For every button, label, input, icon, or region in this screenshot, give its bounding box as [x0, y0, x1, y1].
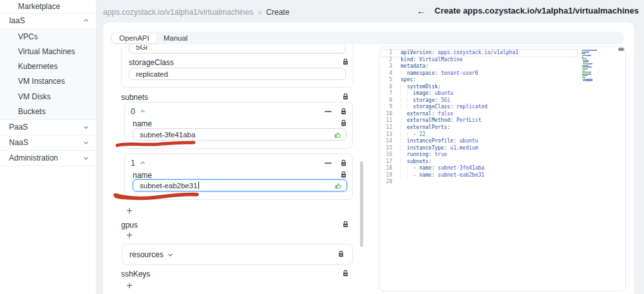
code-line[interactable]: 7 image: ubuntu [382, 90, 577, 97]
code-line[interactable]: 1apiVersion: apps.cozystack.io/v1alpha1 [382, 50, 577, 57]
gpus-label: gpus [121, 220, 138, 230]
storage-input-value: 5Gi [136, 45, 147, 51]
code-line[interactable]: 13 - 22 [382, 132, 577, 139]
code-line[interactable]: 9 storageClass: replicated [382, 104, 577, 111]
add-sshkey-button[interactable]: + [126, 280, 133, 291]
resources-label: resources [129, 250, 164, 259]
code-line[interactable]: 3metadata: [382, 63, 577, 70]
sidebar-item-vpcs[interactable]: VPCs [0, 30, 97, 44]
sidebar-item-virtual-machines[interactable]: Virtual Machines [0, 44, 97, 59]
code-line[interactable]: 11 externalMethod: PortList [382, 117, 577, 124]
lock-icon [340, 119, 347, 127]
chevron-down-icon [83, 140, 89, 145]
line-number: 17 [382, 159, 392, 166]
line-number: 11 [382, 117, 392, 124]
tab-openapi[interactable]: OpenAPI [112, 33, 156, 43]
subnet-0-name-value: subnet-3fe41aba [140, 131, 195, 139]
lock-icon [340, 159, 347, 167]
thumbs-up-icon [334, 131, 342, 139]
code-line[interactable]: 10 external: false [382, 111, 577, 118]
subnet-item-1-collapse[interactable]: 1 [131, 159, 146, 168]
line-number: 7 [382, 90, 392, 97]
code-line[interactable]: 16 running: true [382, 152, 577, 159]
chevron-up-icon [83, 18, 89, 23]
storage-input[interactable]: 5Gi [129, 45, 346, 54]
tab-bar: OpenAPI Manual [111, 32, 624, 44]
line-number: 5 [382, 77, 392, 84]
code-lines: 1apiVersion: apps.cozystack.io/v1alpha12… [382, 50, 577, 186]
sshkeys-label: sshKeys [121, 270, 150, 279]
resources-expander[interactable]: resources [129, 250, 173, 259]
line-number: 14 [382, 138, 392, 145]
breadcrumb-resource-link[interactable]: apps.cozystack.io/v1alpha1/virtualmachin… [103, 8, 253, 17]
code-line[interactable]: 20 [382, 179, 577, 186]
line-number: 9 [382, 104, 392, 111]
line-number: 13 [382, 132, 392, 139]
app-window: Marketplace IaaS VPCs Virtual Machines K… [0, 0, 644, 294]
sidebar-item-buckets[interactable]: Buckets [0, 104, 97, 119]
chevron-up-icon [140, 109, 146, 114]
code-line[interactable]: 18 - name: subnet-3fe41aba [382, 165, 577, 172]
code-line[interactable]: 14 instanceProfile: ubuntu [382, 138, 577, 145]
editor-minimap[interactable] [582, 50, 610, 84]
sidebar-item-marketplace[interactable]: Marketplace [0, 0, 97, 13]
breadcrumb: apps.cozystack.io/v1alpha1/virtualmachin… [103, 8, 289, 17]
subnet-item-1-card [124, 153, 353, 200]
line-number: 1 [382, 50, 392, 57]
form-panel: 5Gi storageClass replicated subnets 0 na… [103, 45, 370, 294]
breadcrumb-current: Create [266, 8, 289, 17]
form-scrollbar[interactable] [360, 161, 363, 247]
sidebar-item-vm-disks[interactable]: VM Disks [0, 90, 97, 104]
sidebar-item-vm-instances[interactable]: VM Instances [0, 74, 97, 88]
chevron-down-icon [167, 252, 173, 257]
sidebar-group-administration[interactable]: Administration [0, 150, 97, 166]
subnet-1-name-value: subnet-eab2be31 [140, 182, 198, 190]
code-line[interactable]: 2kind: VirtualMachine [382, 57, 577, 64]
editor-scrollbar-handle[interactable] [618, 48, 624, 51]
storageclass-input[interactable]: replicated [129, 68, 346, 80]
subnet-1-name-label: name [133, 171, 152, 180]
subnet-0-name-label: name [133, 119, 152, 128]
add-gpu-button[interactable]: + [126, 230, 133, 241]
lock-icon [340, 108, 347, 115]
code-line[interactable]: 5spec: [382, 77, 577, 84]
sidebar-group-iaas[interactable]: IaaS [0, 13, 97, 28]
line-number: 8 [382, 97, 392, 104]
subnet-item-0-index: 0 [131, 107, 135, 116]
divider [0, 166, 97, 166]
subnet-item-0-collapse[interactable]: 0 [131, 107, 146, 116]
tab-manual[interactable]: Manual [156, 33, 195, 43]
sidebar-group-paas[interactable]: PaaS [0, 119, 97, 135]
lock-icon [342, 93, 349, 101]
line-number: 2 [382, 57, 392, 64]
line-number: 18 [382, 165, 392, 172]
remove-subnet-1-button[interactable] [325, 162, 332, 164]
add-subnet-button[interactable]: + [126, 205, 133, 217]
remove-subnet-0-button[interactable] [325, 111, 332, 112]
chevron-down-icon [83, 155, 89, 161]
sidebar-item-kubernetes[interactable]: Kubernetes [0, 59, 97, 74]
code-line[interactable]: 19 - name: subnet-eab2be31 [382, 172, 577, 179]
yaml-editor[interactable]: 1apiVersion: apps.cozystack.io/v1alpha12… [379, 46, 626, 291]
lock-icon [337, 250, 345, 258]
code-line[interactable]: 4 namespace: tenant-user0 [382, 70, 577, 77]
chevron-down-icon [83, 124, 89, 130]
breadcrumb-separator: > [258, 9, 261, 16]
code-line[interactable]: 8 storage: 5Gi [382, 97, 577, 104]
line-number: 16 [382, 152, 392, 159]
back-arrow-icon[interactable]: ← [417, 6, 426, 15]
text-caret [198, 182, 199, 189]
lock-icon [342, 220, 349, 228]
line-number: 15 [382, 145, 392, 152]
code-line[interactable]: 6 systemDisk: [382, 84, 577, 91]
subnet-1-name-input[interactable]: subnet-eab2be31 [133, 179, 347, 191]
page-title: Create apps.cozystack.io/v1alpha1/virtua… [435, 6, 639, 15]
code-line[interactable]: 17 subnets: [382, 159, 577, 166]
line-number: 4 [382, 70, 392, 77]
code-line[interactable]: 15 instanceType: u1.medium [382, 145, 577, 152]
line-number: 3 [382, 63, 392, 70]
subnet-0-name-input[interactable]: subnet-3fe41aba [133, 128, 346, 141]
sidebar-group-naas[interactable]: NaaS [0, 135, 97, 150]
code-line[interactable]: 12 externalPorts: [382, 124, 577, 132]
storageclass-label: storageClass [129, 58, 174, 67]
